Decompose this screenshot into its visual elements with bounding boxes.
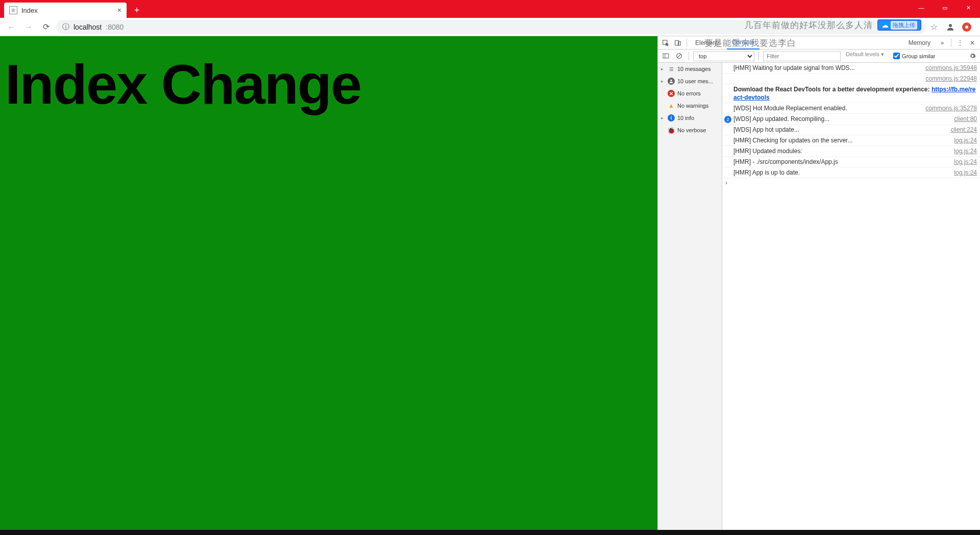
page-favicon-icon: 🗎 — [9, 6, 17, 14]
more-tabs-icon[interactable]: » — [937, 37, 948, 48]
console-settings-icon[interactable] — [967, 51, 978, 62]
console-message-source[interactable]: log.js:24 — [950, 168, 977, 177]
svg-rect-4 — [663, 54, 669, 58]
console-message-row[interactable]: [HMR] Checking for updates on the server… — [722, 135, 980, 146]
nav-back-button[interactable]: ← — [4, 20, 18, 34]
tab-memory[interactable]: Memory — [903, 36, 936, 50]
browser-tab[interactable]: 🗎 Index × — [4, 3, 127, 18]
group-similar-check-input[interactable] — [893, 53, 900, 59]
window-close-button[interactable]: ✕ — [957, 0, 980, 15]
console-message-row[interactable]: commons.js:22948 — [722, 74, 980, 84]
device-toggle-icon[interactable] — [672, 37, 683, 48]
page-content: Index Change — [0, 36, 657, 530]
separator — [689, 52, 689, 60]
sidebar-errors[interactable]: ✕ No errors — [658, 87, 722, 100]
sidebar-verbose[interactable]: 🐞 No verbose — [658, 124, 722, 136]
bookmark-star-icon[interactable]: ☆ — [929, 22, 939, 32]
devtools-close-icon[interactable]: ✕ — [967, 37, 978, 48]
sidebar-verbose-label: No verbose — [677, 127, 706, 133]
console-message-source[interactable]: log.js:24 — [950, 136, 977, 144]
reload-button[interactable]: ⟳ — [39, 20, 53, 34]
console-message-row[interactable]: Download the React DevTools for a better… — [722, 84, 980, 103]
taskbar[interactable] — [0, 530, 980, 535]
messages-icon: ☰ — [668, 65, 675, 72]
sidebar-errors-label: No errors — [677, 90, 701, 96]
profile-icon[interactable] — [945, 22, 955, 32]
log-levels-select[interactable]: Default levels ▾ — [843, 51, 891, 61]
console-message-source[interactable]: client:80 — [950, 115, 977, 123]
sidebar-messages[interactable]: ▸ ☰ 10 messages — [658, 63, 722, 75]
sidebar-messages-label: 10 messages — [677, 66, 710, 72]
clear-console-icon[interactable] — [673, 51, 684, 62]
window-controls: — ▭ ✕ — [910, 0, 980, 15]
expand-arrow-icon: ▸ — [661, 66, 665, 71]
window-titlebar: 🗎 Index × + — ▭ ✕ — [0, 0, 980, 18]
sidebar-warnings[interactable]: ▲ No warnings — [658, 100, 722, 112]
console-message-text: [HMR] Waiting for update signal from WDS… — [724, 64, 921, 72]
prompt-caret-icon: › — [725, 179, 727, 186]
minimize-button[interactable]: — — [910, 0, 933, 15]
sidebar-user-messages[interactable]: ▸ 10 user mes... — [658, 75, 722, 87]
console-message-source[interactable]: commons.js:22948 — [921, 75, 977, 83]
console-message-source[interactable]: client:224 — [947, 126, 977, 134]
console-prompt[interactable]: › — [722, 178, 980, 187]
user-icon — [668, 78, 675, 85]
console-message-text: [WDS] Hot Module Replacement enabled. — [724, 104, 921, 112]
console-message-text: 2[WDS] App updated. Recompiling... — [724, 115, 950, 123]
devtools-link[interactable]: https://fb.me/react-devtools — [733, 86, 976, 101]
sidebar-info[interactable]: ▸ i 10 info — [658, 112, 722, 124]
console-message-text: [HMR] - ./src/components/index/App.js — [724, 158, 950, 166]
sidebar-info-label: 10 info — [677, 115, 694, 121]
sidebar-user-label: 10 user mes... — [677, 78, 713, 84]
inspect-element-icon[interactable] — [660, 37, 671, 48]
separator — [758, 52, 759, 60]
verbose-icon: 🐞 — [668, 127, 675, 134]
devtools-menu-icon[interactable]: ⋮ — [954, 37, 966, 48]
site-info-icon[interactable]: ⓘ — [62, 22, 69, 32]
console-message-source[interactable]: commons.js:35948 — [921, 64, 977, 72]
svg-point-0 — [949, 24, 952, 27]
console-message-source[interactable]: log.js:24 — [950, 158, 977, 166]
console-message-source[interactable]: commons.js:35278 — [921, 104, 977, 112]
console-message-text: Download the React DevTools for a better… — [724, 85, 977, 102]
execution-context-select[interactable]: top — [693, 51, 754, 61]
svg-line-7 — [677, 54, 681, 58]
repeat-count-badge: 2 — [724, 116, 731, 123]
console-message-row[interactable]: [WDS] Hot Module Replacement enabled.com… — [722, 103, 980, 114]
maximize-button[interactable]: ▭ — [933, 0, 957, 15]
tab-close-icon[interactable]: × — [117, 6, 121, 14]
new-tab-button[interactable]: + — [130, 3, 144, 17]
lyric-overlay-2: 要是能重来我要选李白 — [704, 37, 796, 49]
console-sidebar-toggle-icon[interactable] — [660, 51, 671, 62]
expand-arrow-icon: ▸ — [661, 79, 665, 84]
extension-icon[interactable] — [962, 22, 972, 32]
devtools-panel: Elements Console Memory » ⋮ ✕ top Defaul… — [657, 36, 980, 530]
separator — [951, 39, 951, 47]
console-toolbar: top Default levels ▾ Group similar — [658, 50, 980, 63]
group-similar-checkbox[interactable]: Group similar — [893, 53, 935, 59]
lyric-overlay-1: 几百年前做的好坏没那么多人清 — [744, 19, 873, 31]
console-body: ▸ ☰ 10 messages ▸ 10 user mes... ✕ No er… — [658, 63, 980, 530]
console-message-row[interactable]: [WDS] App hot update...client:224 — [722, 125, 980, 135]
nav-forward-button[interactable]: → — [21, 20, 36, 34]
upload-extension-label: 拖拽上传 — [891, 21, 917, 30]
console-sidebar: ▸ ☰ 10 messages ▸ 10 user mes... ✕ No er… — [658, 63, 722, 530]
console-message-row[interactable]: [HMR] Waiting for update signal from WDS… — [722, 63, 980, 74]
console-messages[interactable]: [HMR] Waiting for update signal from WDS… — [722, 63, 980, 530]
error-icon: ✕ — [668, 90, 675, 97]
console-message-row[interactable]: [HMR] App is up to date.log.js:24 — [722, 167, 980, 178]
svg-point-8 — [670, 80, 672, 81]
console-message-text: [HMR] App is up to date. — [724, 168, 950, 177]
tab-title: Index — [21, 7, 38, 14]
console-message-text: [HMR] Checking for updates on the server… — [724, 136, 950, 144]
tab-strip: 🗎 Index × + — [0, 0, 144, 18]
console-message-text: [WDS] App hot update... — [724, 126, 947, 134]
page-heading: Index Change — [5, 52, 652, 116]
console-filter-input[interactable] — [763, 51, 841, 61]
group-similar-label: Group similar — [902, 53, 935, 59]
console-message-row[interactable]: [HMR] - ./src/components/index/App.jslog… — [722, 157, 980, 167]
console-message-row[interactable]: [HMR] Updated modules:log.js:24 — [722, 146, 980, 157]
console-message-source[interactable]: log.js:24 — [950, 147, 977, 155]
console-message-row[interactable]: 2[WDS] App updated. Recompiling...client… — [722, 114, 980, 125]
upload-extension-badge[interactable]: ☁ 拖拽上传 — [877, 19, 921, 31]
